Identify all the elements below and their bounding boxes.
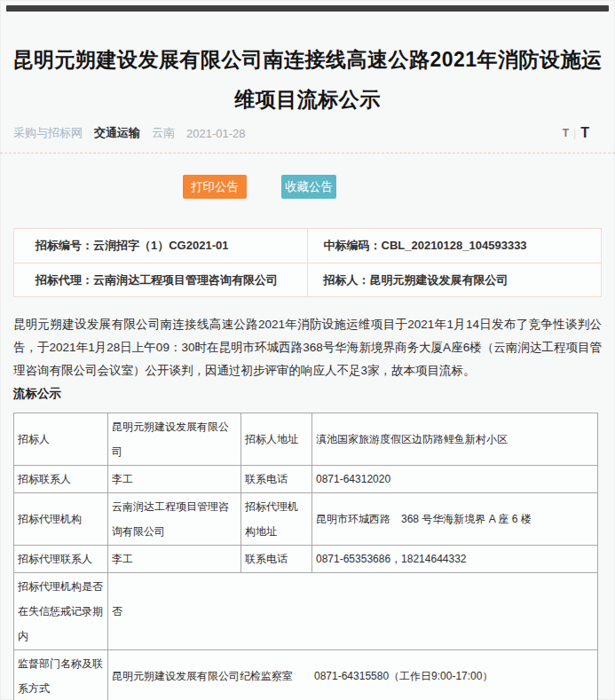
value-contact-phone: 0871-64312020 — [312, 466, 598, 493]
announcement-page: { "page": { "title": "昆明元朔建设发展有限公司南连接线高速… — [0, 0, 615, 700]
breadcrumb-site-link[interactable]: 采购与招标网 — [13, 125, 83, 141]
tender-number: 招标编号：云润招字（1）CG2021-01 — [14, 229, 308, 263]
table-row: 监督部门名称及联系方式 昆明元朔建设发展有限公司纪检监察室 0871-64315… — [14, 650, 598, 700]
toolbar: 打印公告 收藏公告 — [0, 153, 615, 199]
label-agency-address: 招标代理机构地址 — [241, 493, 312, 546]
favorite-announcement-button[interactable]: 收藏公告 — [281, 175, 336, 199]
table-row: 招标代理机构 云南润达工程项目管理咨询有限公司 招标代理机构地址 昆明市环城西路… — [14, 493, 598, 546]
publish-date: 2021-01-28 — [186, 127, 246, 140]
top-dark-bar — [6, 5, 609, 12]
breadcrumb: 采购与招标网 交通运输 云南 2021-01-28 T | T — [13, 125, 602, 141]
label-tender-contact: 招标联系人 — [14, 466, 108, 493]
label-tenderee: 招标人 — [14, 413, 108, 466]
font-size-divider: | — [573, 127, 576, 139]
announcement-paragraph: 昆明元朔建设发展有限公司南连接线高速公路2021年消防设施运维项目于2021年1… — [13, 297, 602, 382]
label-agency-phone: 联系电话 — [241, 546, 312, 573]
table-row: 招标代理联系人 李工 联系电话 0871-65353686，1821464433… — [14, 546, 598, 573]
font-size-large-button[interactable]: T — [580, 125, 589, 141]
table-row: 招标联系人 李工 联系电话 0871-64312020 — [14, 466, 598, 493]
failed-bid-detail-table: 招标人 昆明元朔建设发展有限公司 招标人地址 滇池国家旅游度假区边防路鲤鱼新村小… — [13, 413, 598, 700]
section-heading: 流标公示 — [13, 382, 602, 405]
table-row: 招标代理机构是否在失信惩戒记录期内 否 — [14, 573, 598, 650]
value-agency-address: 昆明市环城西路 368 号华海新境界 A 座 6 楼 — [312, 493, 598, 546]
table-row: 招标编号：云润招字（1）CG2021-01 中标编码：CBL_20210128_… — [14, 229, 601, 263]
table-row: 招标代理：云南润达工程项目管理咨询有限公司 招标人：昆明元朔建设发展有限公司 — [14, 263, 601, 296]
print-announcement-button[interactable]: 打印公告 — [183, 175, 247, 199]
value-tenderee-address: 滇池国家旅游度假区边防路鲤鱼新村小区 — [312, 413, 598, 466]
value-agency-contact: 李工 — [108, 546, 241, 573]
font-size-controls: T | T — [563, 125, 589, 141]
value-agency-phone: 0871-65353686，18214644332 — [312, 546, 598, 573]
tender-summary-table: 招标编号：云润招字（1）CG2021-01 中标编码：CBL_20210128_… — [13, 228, 602, 297]
breadcrumb-category-link[interactable]: 交通运输 — [94, 125, 140, 141]
win-bid-code: 中标编码：CBL_20210128_104593333 — [308, 229, 602, 263]
label-agency-dishonesty-record: 招标代理机构是否在失信惩戒记录期内 — [14, 573, 108, 650]
page-title: 昆明元朔建设发展有限公司南连接线高速公路2021年消防设施运维项目流标公示 — [11, 40, 604, 120]
label-tenderee-address: 招标人地址 — [241, 413, 312, 466]
tender-agency: 招标代理：云南润达工程项目管理咨询有限公司 — [14, 263, 308, 296]
label-agency: 招标代理机构 — [14, 493, 108, 546]
breadcrumb-region-link[interactable]: 云南 — [152, 125, 175, 141]
label-agency-contact: 招标代理联系人 — [14, 546, 108, 573]
label-contact-phone: 联系电话 — [241, 466, 312, 493]
value-agency: 云南润达工程项目管理咨询有限公司 — [108, 493, 241, 546]
value-tenderee: 昆明元朔建设发展有限公司 — [108, 413, 241, 466]
value-tender-contact: 李工 — [108, 466, 241, 493]
font-size-small-button[interactable]: T — [563, 127, 569, 139]
value-agency-dishonesty-record: 否 — [108, 573, 598, 650]
value-supervision-department: 昆明元朔建设发展有限公司纪检监察室 0871-64315580（工作日9:00-… — [108, 650, 598, 700]
table-row: 招标人 昆明元朔建设发展有限公司 招标人地址 滇池国家旅游度假区边防路鲤鱼新村小… — [14, 413, 598, 466]
label-supervision-department: 监督部门名称及联系方式 — [14, 650, 108, 700]
tenderee: 招标人：昆明元朔建设发展有限公司 — [308, 263, 602, 296]
